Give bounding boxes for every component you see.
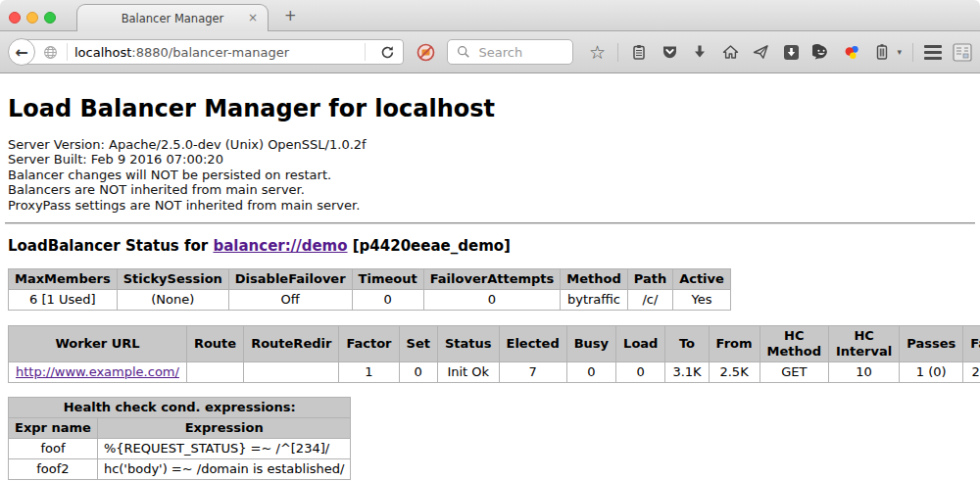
reload-button[interactable] [372,45,403,60]
balancer-inherit-note: Balancers are NOT inherited from main se… [8,182,980,197]
table-cell: foof [9,439,98,459]
balancer-persist-note: Balancer changes will NOT be persisted o… [8,168,980,182]
toolbar-divider [912,43,913,62]
column-header: Status [437,326,499,362]
column-header: Route [186,326,243,362]
column-header: DisableFailover [228,269,352,290]
send-plane-icon[interactable] [751,42,770,62]
url-bar[interactable]: localhost:8880/balancer-manager [22,39,404,65]
table-title: Health check cond. expressions: [9,398,351,418]
url-path: :8880/balancer-manager [131,45,289,60]
url-input[interactable]: localhost:8880/balancer-manager [74,45,358,60]
new-tab-button[interactable]: + [278,7,303,24]
proxypass-inherit-note: ProxyPass settings are NOT inherited fro… [8,198,980,213]
close-window-button[interactable] [9,12,21,24]
table-cell: /c/ [627,290,672,311]
table-cell: 0 [352,290,423,311]
column-header: Worker URL [9,326,187,362]
column-header: To [665,326,709,362]
back-button[interactable]: ← [8,38,35,66]
tab-close-icon[interactable]: × [248,12,258,24]
table-cell: 6 [1 Used] [9,290,118,311]
balancer-demo-link[interactable]: balancer://demo [213,237,347,255]
minimize-window-button[interactable] [26,12,38,24]
chat-smiley-icon[interactable] [811,42,831,62]
table-cell: 1 [339,362,399,383]
table-row: 6 [1 Used](None)Off00bytraffic/c/Yes [9,290,731,311]
urlbar-divider [365,43,366,61]
search-icon [454,42,473,62]
plugin-blocked-icon[interactable] [416,43,435,62]
section-divider [5,222,975,224]
server-built-line: Server Built: Feb 9 2016 07:00:20 [8,152,980,167]
search-bar[interactable] [447,39,573,65]
pocket-icon[interactable] [660,42,679,62]
urlbar-divider [67,43,68,61]
column-header: HC Interval [828,326,899,362]
status-heading-prefix: LoadBalancer Status for [8,237,213,255]
column-header: Passes [900,326,963,362]
column-header: Set [399,326,437,362]
downloads-icon[interactable] [690,42,710,62]
health-check-expressions-table: Health check cond. expressions:Expr name… [8,397,351,480]
table-cell: hc('body') =~ /domain is established/ [97,459,351,480]
table-cell: GET [760,362,828,383]
table-cell: 7 [499,362,566,383]
table-cell: Init Ok [437,362,499,383]
column-header: Method [561,269,627,290]
url-domain: localhost [74,45,131,60]
server-version-line: Server Version: Apache/2.5.0-dev (Unix) … [8,137,980,152]
overflow-caret-icon[interactable]: ▾ [897,47,902,57]
globe-icon[interactable] [40,42,60,62]
server-info: Server Version: Apache/2.5.0-dev (Unix) … [8,137,980,213]
column-header: Expression [97,418,351,439]
colored-dots-extension-icon[interactable] [842,42,861,62]
column-header: Expr name [9,418,98,439]
column-header: Load [616,326,665,362]
browser-window: Balancer Manager × + ← localhost:8880/ba… [0,0,980,481]
column-header: FailoverAttempts [423,269,561,290]
table-cell: Off [228,290,352,311]
toolbar-divider [617,43,618,62]
page-content: Load Balancer Manager for localhost Serv… [0,73,980,481]
table-cell: 0 [616,362,665,383]
table-header-row: MaxMembersStickySessionDisableFailoverTi… [9,269,731,290]
worker-url-link[interactable]: http://www.example.com/ [16,364,179,379]
table-cell: 3.1K [665,362,709,383]
table-cell: %{REQUEST_STATUS} =~ /^[234]/ [97,439,351,459]
tab-balancer-manager[interactable]: Balancer Manager × [76,4,269,31]
table-cell: 0 [423,290,561,311]
zoom-window-button[interactable] [44,12,56,24]
table-cell: 1 (0) [900,362,963,383]
menu-hamburger-icon[interactable] [924,45,942,60]
tab-groups-icon[interactable] [953,42,972,62]
table-cell: 0 [566,362,615,383]
search-input[interactable] [478,45,566,60]
table-cell: Yes [673,290,731,311]
worker-status-table: Worker URLRouteRouteRedirFactorSetStatus… [8,325,980,383]
bookmark-star-icon[interactable]: ☆ [587,42,607,62]
tab-title: Balancer Manager [122,12,224,25]
table-cell: http://www.example.com/ [9,362,187,383]
table-row: foof2hc('body') =~ /domain is establishe… [9,459,351,480]
table-cell [186,362,243,383]
table-cell: 10 [828,362,899,383]
table-cell: 0 [399,362,437,383]
table-cell: bytraffic [561,290,627,311]
reading-list-icon[interactable] [629,42,649,62]
column-header: Timeout [352,269,423,290]
column-header: StickySession [117,269,228,290]
column-header: HC Method [760,326,828,362]
traffic-lights [9,12,56,24]
status-heading-suffix: [p4420eeae_demo] [348,237,511,255]
column-header: Active [673,269,731,290]
table-cell [244,362,339,383]
video-download-helper-icon[interactable] [781,42,801,62]
table-cell: foof2 [9,459,98,480]
home-icon[interactable] [720,42,740,62]
table-row: http://www.example.com/ 10Init Ok7003.1K… [9,362,980,383]
battery-extension-icon[interactable] [872,42,892,62]
column-header: Fails [963,326,980,362]
column-header: From [709,326,760,362]
toolbar-icons: ☆ [587,42,972,62]
